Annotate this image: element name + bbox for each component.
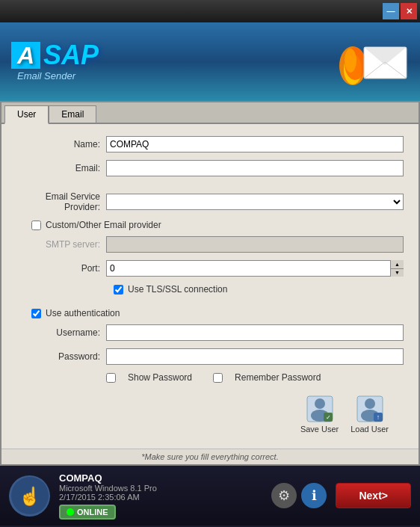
smtp-row: SMTP server: <box>16 236 404 253</box>
remember-password-checkbox[interactable] <box>213 373 223 383</box>
username-input[interactable] <box>106 324 404 341</box>
tabs: User Email <box>1 102 419 124</box>
name-label: Name: <box>16 139 106 150</box>
logo: A SAP <box>11 42 99 69</box>
port-spin-down-button[interactable]: ▼ <box>391 269 404 277</box>
next-button[interactable]: Next> <box>336 483 411 508</box>
tls-label: Use TLS/SSL connection <box>128 284 227 295</box>
online-indicator <box>67 508 74 516</box>
password-label: Password: <box>16 351 106 362</box>
settings-button[interactable]: ⚙ <box>271 483 297 508</box>
footer-os: Microsoft Windows 8.1 Pro <box>59 484 271 493</box>
email-icon-area <box>327 32 409 92</box>
email-envelope-icon <box>327 32 409 92</box>
user-buttons-area: ✓ Save User ↑ Load User <box>16 390 404 437</box>
name-input[interactable] <box>106 136 404 152</box>
tab-user[interactable]: User <box>4 105 49 124</box>
footer-username: COMPAQ <box>59 472 271 484</box>
tls-checkbox[interactable] <box>114 285 123 295</box>
port-input[interactable] <box>106 260 404 277</box>
close-button[interactable]: ✕ <box>401 3 417 19</box>
footer-info: COMPAQ Microsoft Windows 8.1 Pro 2/17/20… <box>59 472 271 520</box>
smtp-input[interactable] <box>106 236 404 253</box>
port-label: Port: <box>16 263 106 274</box>
esp-label: Email Service Provider: <box>16 191 106 212</box>
auth-label: Use authentication <box>46 308 120 318</box>
info-button[interactable]: ℹ <box>301 483 327 508</box>
avatar-icon: ☝ <box>11 477 49 514</box>
show-password-label: Show Password <box>128 372 192 383</box>
logo-a-icon: A <box>11 42 40 69</box>
footer-datetime: 2/17/2015 2:35:06 AM <box>59 493 271 502</box>
auth-row: Use authentication <box>16 308 404 318</box>
esp-select[interactable] <box>106 194 404 210</box>
svg-point-3 <box>345 49 356 73</box>
logo-area: A SAP Email Sender <box>11 42 99 81</box>
online-text: ONLINE <box>77 508 108 517</box>
auth-checkbox[interactable] <box>31 309 41 318</box>
header: A SAP Email Sender <box>0 22 420 101</box>
svg-point-9 <box>315 398 325 409</box>
form-area: Name: Email: Email Service Provider: Cus… <box>1 124 419 449</box>
svg-text:☝: ☝ <box>19 485 41 507</box>
footer-icons: ⚙ ℹ <box>271 483 327 508</box>
status-message: *Make sure you fill everything correct. <box>1 449 419 464</box>
main-content: User Email Name: Email: Email Service Pr… <box>0 101 420 466</box>
load-user-button[interactable]: ↑ Load User <box>350 393 389 434</box>
port-input-wrap: ▲ ▼ <box>106 260 404 277</box>
load-user-icon: ↑ <box>354 393 386 425</box>
port-row: Port: ▲ ▼ <box>16 260 404 277</box>
minimize-button[interactable]: — <box>383 3 399 19</box>
email-label: Email: <box>16 163 106 173</box>
custom-provider-label: Custom/Other Email provider <box>46 220 161 230</box>
logo-subtitle: Email Sender <box>17 70 99 81</box>
load-user-label: Load User <box>350 425 389 434</box>
custom-provider-row: Custom/Other Email provider <box>16 220 404 230</box>
name-row: Name: <box>16 136 404 152</box>
remember-password-label: Remember Password <box>235 372 321 383</box>
logo-text: SAP <box>43 42 99 69</box>
show-password-checkbox[interactable] <box>106 373 116 383</box>
online-badge: ONLINE <box>59 505 116 520</box>
svg-text:✓: ✓ <box>325 414 330 421</box>
footer-avatar: ☝ <box>9 475 50 517</box>
password-input[interactable] <box>106 348 404 365</box>
save-user-button[interactable]: ✓ Save User <box>300 393 339 434</box>
save-user-label: Save User <box>300 425 339 434</box>
svg-point-14 <box>365 398 375 409</box>
save-user-icon: ✓ <box>304 393 336 425</box>
footer: ☝ COMPAQ Microsoft Windows 8.1 Pro 2/17/… <box>0 466 420 526</box>
tab-email[interactable]: Email <box>49 105 96 123</box>
email-input[interactable] <box>106 160 404 176</box>
smtp-label: SMTP server: <box>16 239 106 250</box>
password-options-row: Show Password Remember Password <box>16 372 404 383</box>
custom-provider-checkbox[interactable] <box>31 221 41 230</box>
tls-row: Use TLS/SSL connection <box>16 284 404 295</box>
password-row: Password: <box>16 348 404 365</box>
username-label: Username: <box>16 327 106 338</box>
port-spinners: ▲ ▼ <box>390 260 404 277</box>
email-row: Email: <box>16 160 404 176</box>
title-bar: — ✕ <box>0 0 420 22</box>
username-row: Username: <box>16 324 404 341</box>
esp-row: Email Service Provider: <box>16 191 404 212</box>
svg-text:↑: ↑ <box>376 413 380 421</box>
port-spin-up-button[interactable]: ▲ <box>391 260 404 269</box>
